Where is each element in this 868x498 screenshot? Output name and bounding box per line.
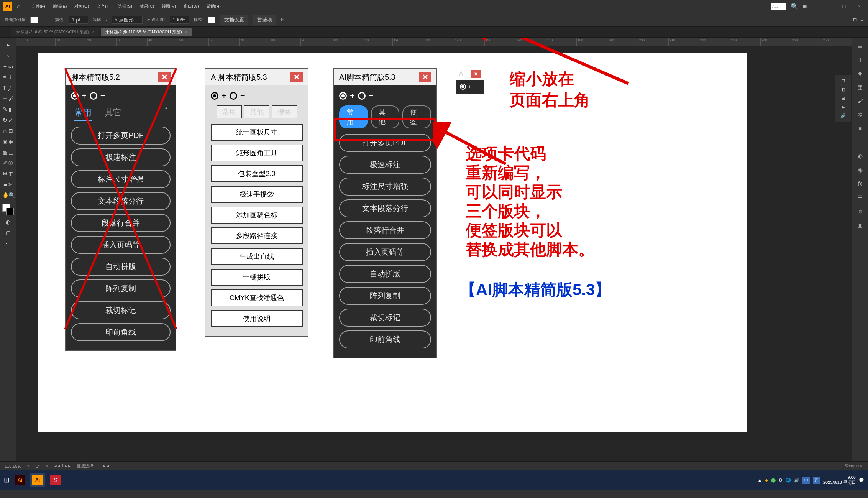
rotation[interactable]: 0° <box>36 464 40 468</box>
search-mini[interactable]: A... <box>771 3 786 10</box>
script-button[interactable]: 一键拼版 <box>211 269 303 286</box>
brush-tool[interactable]: 🖌 <box>8 95 14 102</box>
libraries-icon[interactable]: ▥ <box>855 54 865 64</box>
swatches-icon[interactable]: ▦ <box>855 82 865 92</box>
tab-common[interactable]: 常用 <box>74 105 92 121</box>
script-button[interactable]: 矩形圆角工具 <box>211 145 303 161</box>
zoom-tool[interactable]: 🔍 <box>8 192 14 198</box>
panel-titlebar[interactable]: 脚本精简版5.2 ✕ <box>66 69 176 85</box>
doc-tab-1[interactable]: 未标题-2.ai @ 50 % (CMYK/CPU 预览)× <box>11 28 99 36</box>
wand-tool[interactable]: ✦ <box>3 63 8 69</box>
transform-icon[interactable]: ⊞ <box>842 96 845 101</box>
radio-on[interactable] <box>339 92 347 100</box>
direct-selection-tool[interactable]: ▹ <box>3 51 13 60</box>
script-button[interactable]: 文本段落分行 <box>339 199 431 217</box>
script-button[interactable]: 自动拼版 <box>71 258 171 276</box>
brush-input[interactable] <box>112 16 143 24</box>
radio-off[interactable] <box>358 92 366 100</box>
symbol-tool[interactable]: ❋ <box>3 171 8 177</box>
stroke-input[interactable] <box>69 16 88 24</box>
script-button[interactable]: 印前角线 <box>339 330 431 348</box>
align-icon[interactable]: ⊟ <box>842 78 845 83</box>
artboard-tool[interactable]: ▣ <box>3 181 8 187</box>
tray-icon[interactable]: ◆ <box>765 478 768 483</box>
transparency-icon[interactable]: ◐ <box>855 151 865 161</box>
script-button[interactable]: 极速手提袋 <box>211 186 303 203</box>
edit-toolbar[interactable]: ⋯ <box>3 239 13 248</box>
taskbar-app-ai-active[interactable]: Ai <box>30 473 45 487</box>
script-button[interactable]: 多段路径连接 <box>211 227 303 244</box>
align-icon[interactable]: ⊩⁺ <box>281 17 287 22</box>
panel-titlebar[interactable]: AI脚本精简版5.3 ✕ <box>205 69 308 85</box>
lasso-tool[interactable]: ᔕ <box>8 63 13 69</box>
type-tool[interactable]: T <box>3 85 8 91</box>
close-button[interactable]: ✕ <box>419 72 431 82</box>
doc-tab-2[interactable]: 未标题-2 @ 110.65 % (CMYK/CPU 预览)× <box>101 28 192 36</box>
menu-file[interactable]: 文件(F) <box>28 2 48 11</box>
menu-effect[interactable]: 效果(C) <box>137 2 157 11</box>
volume-icon[interactable]: 🔊 <box>794 478 799 483</box>
menu-help[interactable]: 帮助(H) <box>203 2 224 11</box>
script-button[interactable]: 生成出血线 <box>211 248 303 265</box>
close-button[interactable]: ✕ <box>290 72 303 82</box>
asset-icon[interactable]: ⎋ <box>855 206 865 216</box>
tray-icon[interactable]: ⚙ <box>779 478 783 483</box>
script-button[interactable]: 标注尺寸增强 <box>71 170 171 188</box>
rect-tool[interactable]: ▭ <box>3 95 8 102</box>
chevron-right-icon[interactable]: » <box>165 105 167 121</box>
canvas[interactable]: 0102030405060708090100110120130140150160… <box>16 38 852 461</box>
script-button[interactable]: 阵列复制 <box>71 279 171 297</box>
panel-toggle-icon[interactable]: ⊟ <box>853 17 857 22</box>
hand-tool[interactable]: ✋ <box>2 192 8 198</box>
notifications-icon[interactable]: 💬 <box>859 478 864 483</box>
tray-icon[interactable]: ▲ <box>758 478 762 482</box>
pathfinder-icon[interactable]: ◧ <box>841 87 845 92</box>
mesh-tool[interactable]: ▩ <box>3 149 8 155</box>
selection-tool[interactable]: ▸ <box>3 41 13 49</box>
color-icon[interactable]: ◆ <box>855 68 865 78</box>
script-button[interactable]: 打开多页PDF <box>71 127 171 145</box>
script-button[interactable]: 文本段落分行 <box>71 192 171 210</box>
script-button[interactable]: 标注尺寸增强 <box>339 178 431 196</box>
shaper-tool[interactable]: ✎ <box>3 106 8 112</box>
script-button[interactable]: 极速标注 <box>71 148 171 166</box>
ime-icon[interactable]: 五 <box>813 477 820 484</box>
script-button[interactable]: 自动拼版 <box>339 265 431 283</box>
taskbar-app-ai[interactable]: Ai <box>13 473 27 487</box>
close-button[interactable]: ✕ <box>471 70 481 78</box>
pen-tool[interactable]: ✒ <box>3 74 8 80</box>
menu-select[interactable]: 选择(S) <box>115 2 135 11</box>
eraser-tool[interactable]: ◧ <box>8 106 13 112</box>
script-button[interactable]: 包装盒型2.0 <box>211 165 303 182</box>
uniform-label[interactable]: 等比 <box>93 17 101 23</box>
panel-titlebar[interactable]: A. ✕ <box>456 68 484 80</box>
script-button[interactable]: 裁切标记 <box>339 309 431 327</box>
style-swatch[interactable] <box>208 17 215 23</box>
fill-swatch[interactable] <box>30 17 38 23</box>
tab-other[interactable]: 其他 <box>244 105 269 118</box>
blend-tool[interactable]: ⦾ <box>8 160 13 166</box>
script-button[interactable]: 统一画板尺寸 <box>211 124 303 141</box>
properties-icon[interactable]: ▤ <box>855 41 865 51</box>
curvature-tool[interactable]: ⤹ <box>8 74 13 80</box>
artboards-icon[interactable]: ▣ <box>855 220 865 230</box>
script-button[interactable]: CMYK查找潘通色 <box>211 289 303 306</box>
menu-window[interactable]: 窗口(W) <box>180 2 202 11</box>
close-icon[interactable]: × <box>92 30 94 34</box>
links-icon[interactable]: 🔗 <box>840 113 846 118</box>
brushes-icon[interactable]: 🖌 <box>855 96 865 106</box>
close-button[interactable]: ✕ <box>853 4 865 9</box>
ime-icon[interactable]: 中 <box>802 477 810 484</box>
rotate-tool[interactable]: ↻ <box>3 117 8 123</box>
search-icon[interactable]: 🔍 <box>791 3 798 10</box>
color-swatches[interactable] <box>2 204 14 215</box>
symbols-icon[interactable]: ✲ <box>855 110 865 120</box>
script-button[interactable]: 印前角线 <box>71 323 171 341</box>
clock[interactable]: 9:06 2023/8/13 星期日 <box>823 475 856 485</box>
script-button[interactable]: 极速标注 <box>339 156 431 174</box>
home-icon[interactable]: ⌂ <box>17 3 21 10</box>
perspective-tool[interactable]: ▦ <box>8 138 13 145</box>
appearance-icon[interactable]: ◉ <box>855 165 865 175</box>
radio-on[interactable] <box>211 92 218 100</box>
scale-tool[interactable]: ⤢ <box>8 117 13 123</box>
